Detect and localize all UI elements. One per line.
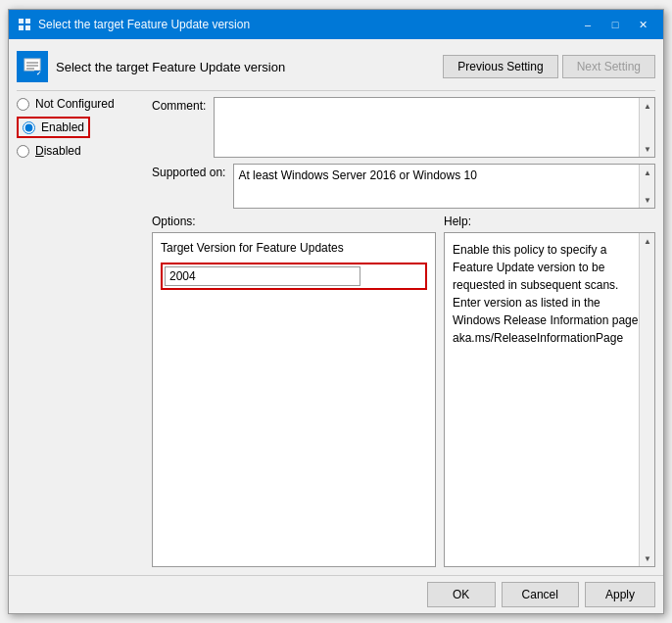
supported-scroll-up[interactable]: ▲ (640, 165, 655, 180)
help-scroll-down[interactable]: ▼ (640, 551, 655, 566)
svg-rect-2 (19, 25, 24, 30)
disabled-radio[interactable] (17, 145, 29, 158)
options-box: Target Version for Feature Updates (152, 232, 436, 567)
comment-box: ▲ ▼ (214, 97, 655, 158)
supported-label: Supported on: (152, 164, 225, 179)
top-header-left: ✓ Select the target Feature Update versi… (17, 51, 285, 82)
comment-label: Comment: (152, 97, 206, 113)
not-configured-radio[interactable] (17, 98, 29, 111)
supported-value: At least Windows Server 2016 or Windows … (234, 165, 654, 208)
disabled-label[interactable]: Disabled (35, 144, 81, 158)
svg-rect-0 (19, 19, 24, 24)
disabled-option[interactable]: Disabled (17, 144, 144, 158)
nav-buttons: Previous Setting Next Setting (443, 55, 655, 78)
maximize-button[interactable]: □ (602, 15, 628, 34)
not-configured-option[interactable]: Not Configured (17, 97, 144, 111)
comment-wrapper: ▲ ▼ (214, 97, 655, 158)
enabled-box: Enabled (17, 117, 90, 138)
title-bar-left: Select the target Feature Update version (17, 17, 250, 32)
lower-section: Options: Target Version for Feature Upda… (152, 215, 655, 567)
help-scrollbar: ▲ ▼ (639, 233, 654, 566)
supported-box: At least Windows Server 2016 or Windows … (233, 164, 655, 209)
supported-wrapper: At least Windows Server 2016 or Windows … (233, 164, 655, 209)
supported-section: Supported on: At least Windows Server 20… (152, 164, 655, 209)
comment-textarea[interactable] (215, 98, 639, 155)
svg-text:✓: ✓ (36, 71, 41, 76)
comment-scrollbar: ▲ ▼ (639, 98, 654, 157)
comment-scroll-track (640, 114, 654, 141)
supported-scroll-track (640, 180, 654, 192)
minimize-button[interactable]: – (575, 15, 600, 34)
policy-icon: ✓ (17, 51, 48, 82)
window-icon (17, 17, 32, 32)
title-bar-controls: – □ ✕ (575, 15, 655, 34)
help-content: Enable this policy to specify a Feature … (445, 233, 654, 566)
help-text-2: Enter version as listed in the Windows R… (453, 294, 647, 347)
help-box: Enable this policy to specify a Feature … (444, 232, 655, 567)
top-header: ✓ Select the target Feature Update versi… (17, 47, 655, 91)
not-configured-label[interactable]: Not Configured (35, 97, 115, 111)
help-panel: Help: Enable this policy to specify a Fe… (444, 215, 655, 567)
cancel-button[interactable]: Cancel (502, 582, 579, 607)
ok-button[interactable]: OK (427, 582, 496, 607)
target-version-label: Target Version for Feature Updates (161, 241, 427, 255)
window-title: Select the target Feature Update version (38, 18, 250, 31)
footer: OK Cancel Apply (9, 575, 663, 613)
header-title: Select the target Feature Update version (56, 60, 285, 74)
content-area: ✓ Select the target Feature Update versi… (9, 39, 663, 575)
target-version-input[interactable] (165, 266, 360, 286)
supported-scrollbar: ▲ ▼ (639, 165, 654, 208)
svg-rect-1 (25, 19, 30, 24)
enabled-label[interactable]: Enabled (41, 120, 84, 134)
svg-rect-3 (25, 25, 30, 30)
help-text-1: Enable this policy to specify a Feature … (453, 241, 647, 294)
help-outer: Enable this policy to specify a Feature … (444, 232, 655, 567)
options-panel: Options: Target Version for Feature Upda… (152, 215, 436, 567)
comment-scroll-up[interactable]: ▲ (640, 98, 655, 114)
prev-setting-button[interactable]: Previous Setting (443, 55, 557, 78)
left-panel: Not Configured Enabled Disabled (17, 97, 144, 567)
help-scroll-track (640, 249, 654, 551)
main-body: Not Configured Enabled Disabled (17, 97, 655, 567)
enabled-option[interactable]: Enabled (17, 117, 144, 138)
right-panel: Comment: ▲ ▼ Support (152, 97, 655, 567)
apply-button[interactable]: Apply (585, 582, 655, 607)
options-label: Options: (152, 215, 436, 228)
supported-scroll-down[interactable]: ▼ (640, 192, 655, 208)
target-version-input-wrapper (161, 263, 427, 290)
help-scroll-up[interactable]: ▲ (640, 233, 655, 249)
close-button[interactable]: ✕ (630, 15, 655, 34)
help-label: Help: (444, 215, 655, 228)
main-window: Select the target Feature Update version… (8, 9, 664, 614)
radio-group: Not Configured Enabled Disabled (17, 97, 144, 158)
next-setting-button[interactable]: Next Setting (562, 55, 655, 78)
enabled-radio[interactable] (23, 121, 35, 134)
title-bar: Select the target Feature Update version… (9, 10, 663, 39)
comment-scroll-down[interactable]: ▼ (640, 141, 655, 157)
comment-section: Comment: ▲ ▼ (152, 97, 655, 158)
